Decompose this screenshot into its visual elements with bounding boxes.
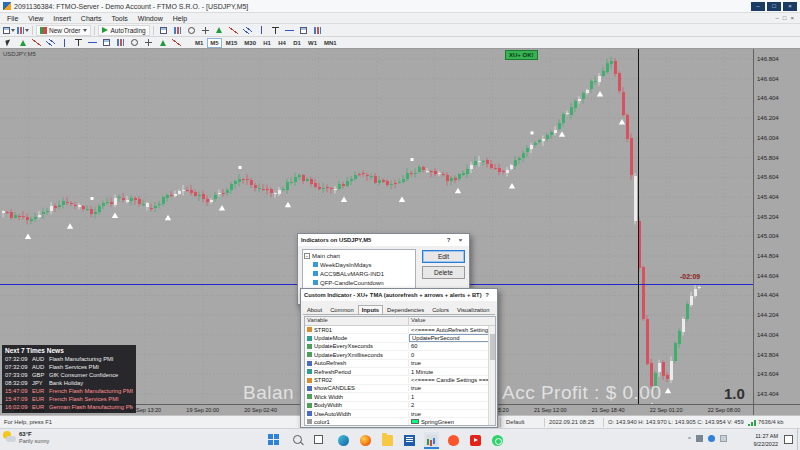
tab-common[interactable]: Common xyxy=(326,305,358,314)
trend-line-button[interactable] xyxy=(58,37,71,48)
input-value[interactable]: true xyxy=(409,385,495,391)
input-value[interactable]: 0 xyxy=(409,352,495,358)
indicators-dialog-titlebar[interactable]: Indicators on USDJPY,M5 ? × xyxy=(298,234,469,246)
equidistant-channel-button[interactable] xyxy=(72,37,85,48)
input-row[interactable]: AutoRefreshtrue xyxy=(305,360,495,368)
timeframe-D1[interactable]: D1 xyxy=(290,38,304,48)
tab-dependencies[interactable]: Dependencies xyxy=(383,305,428,314)
data-window-button[interactable] xyxy=(171,25,184,36)
menu-view[interactable]: View xyxy=(23,15,48,22)
input-value[interactable]: SpringGreen xyxy=(409,419,495,425)
new-window-button[interactable] xyxy=(227,25,240,36)
chart-restore-button[interactable]: □ xyxy=(783,13,787,23)
dialog-help-icon[interactable]: ? xyxy=(443,235,454,245)
input-value[interactable]: 60 xyxy=(409,343,495,349)
tray-icon-2[interactable] xyxy=(708,435,715,442)
weather-widget[interactable]: 63°F Partly sunny xyxy=(3,431,49,444)
timeframe-H1[interactable]: H1 xyxy=(260,38,274,48)
cursor-button[interactable] xyxy=(2,37,15,48)
indicator-item[interactable]: QFP-CandleCountdown xyxy=(304,278,414,287)
navigator-button[interactable] xyxy=(185,25,198,36)
chart-shift-button[interactable] xyxy=(311,25,324,36)
indicator-item[interactable]: WeekDaysInMdays xyxy=(304,260,414,269)
menu-window[interactable]: Window xyxy=(133,15,168,22)
input-value[interactable]: UpdatePerSecond xyxy=(409,334,495,342)
input-value[interactable]: 2 xyxy=(409,402,495,408)
taskbar-app-metatrader[interactable] xyxy=(424,432,439,449)
tree-expander-icon[interactable]: − xyxy=(304,253,310,259)
tray-chevron-up-icon[interactable]: ^ xyxy=(688,436,691,442)
input-row[interactable]: BodyWidth2 xyxy=(305,402,495,410)
timeframe-M30[interactable]: M30 xyxy=(241,38,259,48)
text-label-button[interactable] xyxy=(128,37,141,48)
taskbar-clock[interactable]: 11:27 AM 9/22/2022 xyxy=(730,432,778,448)
menu-insert[interactable]: Insert xyxy=(48,15,76,22)
restore-button[interactable]: □ xyxy=(767,2,781,11)
timeframe-H4[interactable]: H4 xyxy=(275,38,289,48)
taskbar-app-youtube[interactable] xyxy=(468,432,483,449)
dialog-close-icon[interactable]: × xyxy=(494,290,497,300)
autotrading-button[interactable]: AutoTrading xyxy=(98,25,149,36)
input-value[interactable]: 1 xyxy=(409,394,495,400)
edit-button[interactable]: Edit xyxy=(422,250,465,263)
input-row[interactable]: UpdateEveryXmilliseconds0 xyxy=(305,351,495,359)
input-row[interactable]: RefreshPeriod1 Minute xyxy=(305,368,495,376)
tray-icon-3[interactable] xyxy=(720,435,727,442)
input-value[interactable]: true xyxy=(409,411,495,417)
line-view-button[interactable] xyxy=(170,37,183,48)
tab-inputs[interactable]: Inputs xyxy=(358,305,383,314)
tab-about[interactable]: About xyxy=(303,305,326,314)
menu-charts[interactable]: Charts xyxy=(76,15,107,22)
new-chart-button[interactable] xyxy=(2,25,15,36)
tree-root[interactable]: −Main chart xyxy=(304,251,414,260)
input-row[interactable]: UpdateModeUpdatePerSecond xyxy=(305,334,495,342)
input-row[interactable]: showCANDLEStrue xyxy=(305,385,495,393)
delete-button[interactable]: Delete xyxy=(422,266,465,279)
input-row[interactable]: STR02<<===== Candle Settings =====>> xyxy=(305,376,495,384)
tab-colors[interactable]: Colors xyxy=(428,305,453,314)
shapes-button[interactable] xyxy=(100,37,113,48)
taskbar-app-firefox[interactable] xyxy=(358,432,373,449)
vertical-line-button[interactable] xyxy=(30,37,43,48)
toolbox-button[interactable] xyxy=(199,25,212,36)
input-value[interactable]: <<===== AutoRefresh Settings =====>> xyxy=(409,327,495,333)
crosshair-button[interactable] xyxy=(16,37,29,48)
menu-help[interactable]: Help xyxy=(168,15,192,22)
indicator-item[interactable]: ACC9BALvMARG-IND1 xyxy=(304,269,414,278)
tray-icon-1[interactable] xyxy=(696,435,703,442)
chart-minimize-button[interactable]: – xyxy=(776,13,779,23)
notification-center-button[interactable] xyxy=(784,435,793,444)
zoom-out-button[interactable] xyxy=(283,25,296,36)
price-axis[interactable]: 146.804146.604146.404146.204146.004145.8… xyxy=(753,49,800,404)
menu-file[interactable]: File xyxy=(2,15,23,22)
dialog-help-icon[interactable]: ? xyxy=(482,290,493,300)
input-value[interactable]: 1 Minute xyxy=(409,369,495,375)
search-icon[interactable] xyxy=(292,434,304,446)
input-row[interactable]: color1SpringGreen xyxy=(305,418,495,426)
timeframe-M1[interactable]: M1 xyxy=(192,38,206,48)
indicator-list-button[interactable] xyxy=(241,25,254,36)
auto-scroll-button[interactable] xyxy=(297,25,310,36)
input-value[interactable]: true xyxy=(409,360,495,366)
input-row[interactable]: Wick Width1 xyxy=(305,393,495,401)
menu-tools[interactable]: Tools xyxy=(106,15,132,22)
timeframe-W1[interactable]: W1 xyxy=(305,38,320,48)
fibonacci-button[interactable] xyxy=(86,37,99,48)
taskbar-app-edge[interactable] xyxy=(336,432,351,449)
objects-list-button[interactable] xyxy=(255,25,268,36)
taskbar-app-file-explorer[interactable] xyxy=(380,432,395,449)
table-scrollbar[interactable] xyxy=(488,326,495,425)
dialog-close-icon[interactable]: × xyxy=(455,235,466,245)
taskbar-app-brave[interactable] xyxy=(446,432,461,449)
tab-visualization[interactable]: Visualization xyxy=(453,305,493,314)
scrollbar-thumb[interactable] xyxy=(490,334,495,360)
input-row[interactable]: UseAutoWidthtrue xyxy=(305,410,495,418)
timeframe-M15[interactable]: M15 xyxy=(223,38,241,48)
minimize-button[interactable]: – xyxy=(751,2,765,11)
input-row[interactable]: UpdateEveryXseconds60 xyxy=(305,343,495,351)
horizontal-line-button[interactable] xyxy=(44,37,57,48)
bar-view-button[interactable] xyxy=(156,37,169,48)
new-order-button[interactable]: New Order xyxy=(36,25,91,36)
task-view-button[interactable] xyxy=(314,435,323,444)
status-profile[interactable]: Default xyxy=(506,419,524,425)
